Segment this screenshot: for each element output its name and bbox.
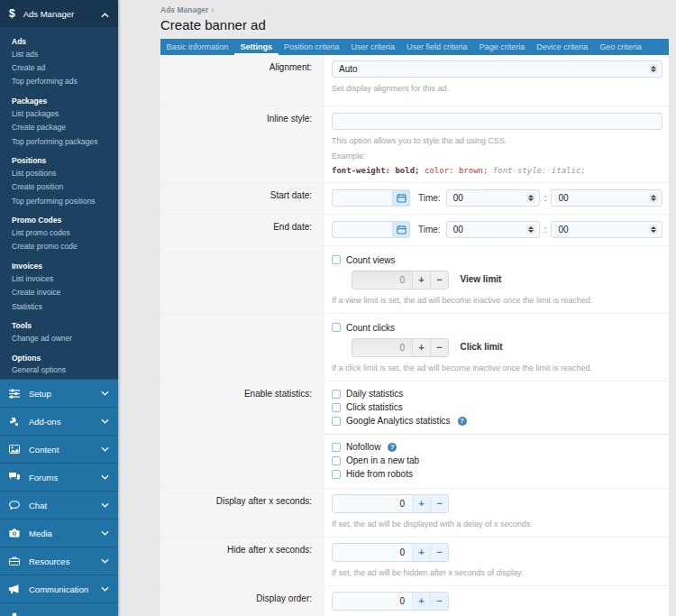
- sidebar-item-setup[interactable]: Setup: [0, 379, 118, 407]
- sidebar-item-list-ads[interactable]: List ads: [12, 47, 106, 60]
- image-icon: [9, 445, 22, 454]
- select-stepper-icon: [649, 64, 658, 74]
- click-limit-spinner[interactable]: 0 + −: [352, 338, 449, 357]
- sidebar-item-top-performing-ads[interactable]: Top performing ads: [12, 75, 106, 88]
- end-date-row: End date: Time: 00 :: [160, 214, 669, 245]
- sidebar-collapsed-groups: SetupAdd-onsContentForumsChatMediaResour…: [0, 379, 118, 602]
- chevron-down-icon: [101, 474, 109, 480]
- display-after-increment-button[interactable]: +: [412, 495, 430, 512]
- sidebar-item-chat[interactable]: Chat: [0, 491, 118, 519]
- sidebar-item-create-position[interactable]: Create position: [12, 180, 106, 194]
- hide-after-hint: If set, the ad will be hidden after x se…: [332, 567, 662, 578]
- view-limit-spinner[interactable]: 0 + −: [352, 271, 449, 290]
- sidebar-item-list-positions[interactable]: List positions: [12, 166, 106, 179]
- sidebar-item-create-package[interactable]: Create package: [12, 121, 106, 134]
- sidebar-item-forums[interactable]: Forums: [0, 463, 118, 491]
- click-limit-increment-button[interactable]: +: [412, 339, 430, 356]
- help-icon[interactable]: ?: [388, 443, 397, 452]
- start-hour-select[interactable]: 00: [446, 189, 540, 207]
- sidebar-item-create-invoice[interactable]: Create invoice: [12, 286, 106, 299]
- help-icon[interactable]: ?: [458, 417, 467, 426]
- breadcrumb-separator: ›: [211, 5, 214, 14]
- sidebar-item-top-performing-positions[interactable]: Top performing positions: [12, 194, 106, 207]
- click-statistics-checkbox[interactable]: Click statistics: [332, 400, 662, 414]
- tab-settings[interactable]: Settings: [234, 39, 279, 55]
- end-minute-select[interactable]: 00: [551, 221, 662, 238]
- sidebar-item-statistics[interactable]: Statistics: [12, 299, 106, 313]
- view-limit-decrement-button[interactable]: −: [430, 271, 448, 289]
- view-limit-label: View limit: [460, 274, 501, 284]
- tab-device-criteria[interactable]: Device criteria: [531, 39, 594, 55]
- chat-icon: [9, 501, 22, 510]
- nofollow-checkbox[interactable]: Nofollow?: [332, 440, 662, 454]
- alignment-select[interactable]: Auto: [332, 60, 662, 78]
- click-limit-hint: If a click limit is set, the ad will bec…: [332, 363, 662, 373]
- tab-user-field-criteria[interactable]: User field criteria: [401, 39, 474, 55]
- sidebar-item-change-ad-owner[interactable]: Change ad owner: [12, 331, 106, 345]
- sidebar-item-create-ad[interactable]: Create ad: [12, 60, 106, 74]
- display-after-decrement-button[interactable]: −: [430, 495, 448, 512]
- google-analytics-statistics-checkbox[interactable]: Google Analytics statistics?: [332, 414, 662, 428]
- hide-after-increment-button[interactable]: +: [412, 544, 430, 561]
- chevron-down-icon: [101, 391, 109, 396]
- count-views-checkbox[interactable]: Count views: [332, 253, 395, 267]
- start-date-input[interactable]: [332, 189, 393, 207]
- sidebar-item-list-packages[interactable]: List packages: [12, 106, 106, 120]
- sidebar-item-partial[interactable]: [0, 602, 118, 616]
- calendar-icon[interactable]: [393, 189, 410, 207]
- sidebar-item-add-ons[interactable]: Add-ons: [0, 407, 118, 435]
- inline-style-input[interactable]: [332, 113, 662, 130]
- inline-style-label: Inline style:: [160, 106, 324, 182]
- sidebar-item-top-performing-packages[interactable]: Top performing packages: [12, 134, 106, 148]
- group-divider: [324, 434, 669, 435]
- display-after-spinner[interactable]: 0 + −: [332, 494, 449, 513]
- display-order-spinner[interactable]: 0 + −: [332, 592, 449, 611]
- sidebar-item-resources[interactable]: Resources: [0, 547, 118, 575]
- page-title: Create banner ad: [160, 17, 676, 32]
- daily-statistics-checkbox[interactable]: Daily statistics: [332, 387, 662, 400]
- hide-after-row: Hide after x seconds: 0 + − If set, the …: [160, 537, 669, 585]
- end-hour-value: 00: [453, 225, 526, 234]
- view-limit-increment-button[interactable]: +: [412, 271, 430, 289]
- start-date-row: Start date: Time: 00 :: [160, 182, 669, 214]
- calendar-icon[interactable]: [393, 221, 410, 238]
- sidebar-item-create-promo-code[interactable]: Create promo code: [12, 240, 106, 253]
- open-in-a-new-tab-label: Open in a new tab: [346, 455, 419, 465]
- breadcrumb-item[interactable]: Ads Manager: [160, 5, 208, 14]
- sidebar-item-content[interactable]: Content: [0, 435, 118, 463]
- tab-basic-information[interactable]: Basic information: [160, 39, 234, 55]
- hide-after-spinner[interactable]: 0 + −: [332, 543, 449, 562]
- tab-geo-criteria[interactable]: Geo criteria: [594, 39, 648, 55]
- select-stepper-icon: [649, 193, 658, 203]
- sidebar-item-list-invoices[interactable]: List invoices: [12, 271, 106, 285]
- display-order-decrement-button[interactable]: −: [430, 593, 448, 610]
- end-date-input[interactable]: [332, 221, 393, 238]
- tab-page-criteria[interactable]: Page criteria: [473, 39, 531, 55]
- tab-position-criteria[interactable]: Position criteria: [279, 39, 346, 55]
- start-hour-value: 00: [453, 193, 526, 203]
- alignment-selected-value: Auto: [339, 64, 649, 74]
- chevron-down-icon: [101, 502, 109, 508]
- start-time-label: Time:: [418, 193, 441, 203]
- display-after-label: Display after x seconds:: [160, 489, 324, 537]
- hide-from-robots-checkbox[interactable]: Hide from robots: [332, 467, 662, 481]
- sidebar-item-general-options[interactable]: General options: [12, 363, 106, 377]
- main-content: Ads Manager› Create banner ad Basic info…: [118, 0, 676, 616]
- sidebar-item-media[interactable]: Media: [0, 519, 118, 547]
- hide-after-decrement-button[interactable]: −: [430, 544, 448, 561]
- sidebar-nav: AdsList adsCreate adTop performing adsPa…: [0, 27, 118, 379]
- time-colon: :: [544, 193, 547, 203]
- start-minute-select[interactable]: 00: [551, 189, 662, 207]
- open-in-a-new-tab-checkbox[interactable]: Open in a new tab: [332, 454, 662, 467]
- count-clicks-checkbox[interactable]: Count clicks: [332, 321, 395, 335]
- click-limit-decrement-button[interactable]: −: [430, 339, 448, 356]
- sidebar-header-ads-manager[interactable]: $ Ads Manager: [0, 0, 118, 27]
- breadcrumb[interactable]: Ads Manager›: [160, 5, 676, 14]
- select-stepper-icon: [526, 193, 535, 203]
- display-order-increment-button[interactable]: +: [412, 593, 430, 610]
- sidebar-item-communication[interactable]: Communication: [0, 575, 118, 602]
- end-hour-select[interactable]: 00: [446, 221, 540, 238]
- chevron-down-icon: [101, 446, 109, 452]
- sidebar-item-list-promo-codes[interactable]: List promo codes: [12, 225, 106, 239]
- tab-user-criteria[interactable]: User criteria: [345, 39, 401, 55]
